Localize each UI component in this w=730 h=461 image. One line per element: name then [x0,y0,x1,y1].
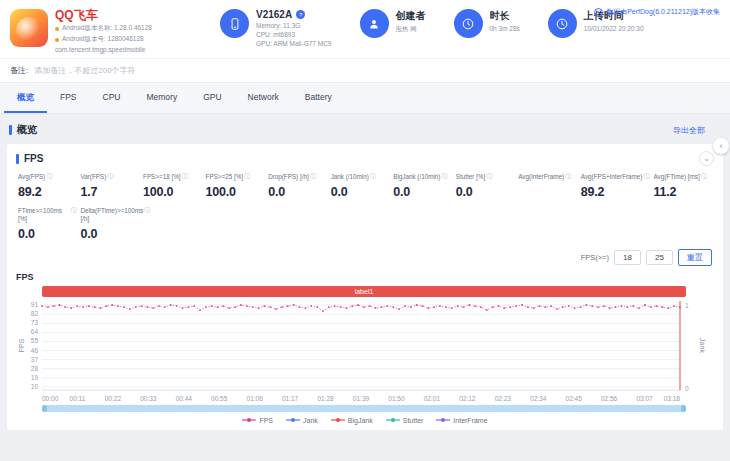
legend-item-Jank[interactable]: Jank [286,417,318,424]
svg-text:19: 19 [31,374,39,381]
info-icon[interactable]: ⓘ [70,207,76,213]
tab-bar: 概览FPSCPUMemoryGPUNetworkBattery [0,83,730,114]
metric: Var(FPS)ⓘ1.7 [79,170,142,201]
fps-card-title: FPS [16,153,43,164]
reset-button[interactable]: 重置 [678,249,712,266]
metric-label: Avg(FPS+InterFrame)ⓘ [581,173,650,180]
info-icon[interactable]: ⓘ [565,173,571,179]
info-icon[interactable]: ⓘ [144,207,150,213]
device-cpu: CPU: mt6893 [256,31,332,38]
clock-icon [454,9,483,38]
svg-text:82: 82 [31,310,39,317]
metric-label: Avg(FTime) [ms]ⓘ [653,173,712,180]
metric: Avg(FTime) [ms]ⓘ11.2 [651,170,714,201]
export-all-button[interactable]: 导出全部 [673,125,705,136]
info-icon[interactable]: ⓘ [107,173,113,179]
note-input[interactable]: 添加备注，不超过200个字符 [34,65,135,76]
device-gpu: GPU: ARM Mali-G77 MC9 [256,40,332,47]
info-icon[interactable]: ⓘ [370,173,376,179]
legend-label: FPS [259,417,273,424]
duration-value: 0h 3m 28s [490,25,520,32]
tab-FPS[interactable]: FPS [47,83,90,113]
chart-title: FPS [16,272,714,286]
svg-text:37: 37 [31,356,39,363]
legend-line-icon [331,417,345,423]
metric-value: 0.0 [80,227,150,241]
collector-note-text: 数据由PerfDog(6.0.211212)版本收集 [606,7,720,17]
android-version-name: Android版本名称: 1.28.0.46128 [55,24,152,33]
info-icon[interactable]: ⓘ [310,173,316,179]
info-icon[interactable]: ⓘ [244,173,250,179]
overview-title: 概览 [9,123,37,137]
metric: Drop(FPS) [/h]ⓘ0.0 [266,170,329,201]
metric-value: 0.0 [393,185,452,199]
metric-value: 0.0 [331,185,390,199]
android-version-name-text: Android版本名称: 1.28.0.46128 [62,24,152,33]
svg-text:00:11: 00:11 [70,395,86,402]
info-icon[interactable]: ⓘ [46,173,52,179]
tab-Network[interactable]: Network [235,83,292,113]
section-accent-bar [9,125,12,135]
info-icon[interactable]: ⓘ [441,173,447,179]
fps-threshold-low-input[interactable] [614,250,641,265]
metric: Stutter [%]ⓘ0.0 [454,170,517,201]
device-memory: Memory: 11.3G [256,22,332,29]
svg-text:02:56: 02:56 [601,395,618,402]
tab-Battery[interactable]: Battery [292,83,345,113]
svg-text:46: 46 [31,346,39,353]
app-icon [10,9,48,47]
legend-item-Stutter[interactable]: Stutter [386,417,424,424]
svg-text:03:07: 03:07 [636,395,653,402]
metric: FTime>=100ms [%]ⓘ0.0 [16,204,78,242]
metrics-row-1: Avg(FPS)ⓘ89.2Var(FPS)ⓘ1.7FPS>=18 [%]ⓘ100… [16,170,714,201]
svg-text:01:17: 01:17 [282,395,299,402]
collector-note: i 数据由PerfDog(6.0.211212)版本收集 [594,7,720,17]
svg-text:28: 28 [31,365,39,372]
legend-line-icon [286,417,300,423]
overview-content: 概览 导出全部 ‹ FPS ⌄ Avg(FPS)ⓘ89.2Var(FPS)ⓘ1.… [0,114,730,461]
fps-chart-svg[interactable]: 9182736455463728191000:0000:1100:2200:33… [16,298,708,404]
metric-label: Delta(FTime)>=100ms [/h]ⓘ [80,207,150,221]
metric-label: FPS>=18 [%]ⓘ [143,173,202,180]
chart-scrollbar[interactable] [42,405,686,412]
upload-clock-icon [548,9,577,38]
info-icon[interactable]: ⓘ [643,173,649,179]
svg-text:02:45: 02:45 [566,395,583,402]
fps-card-header: FPS ⌄ [16,151,714,170]
legend-label: Stutter [403,417,424,424]
metric-value: 11.2 [653,185,712,199]
tab-概览[interactable]: 概览 [4,83,47,113]
chevron-down-icon[interactable]: ⌄ [699,151,714,166]
svg-text:01:39: 01:39 [353,395,370,402]
app-package-text: com.tencent.tmgp.speedmobile [55,46,145,53]
metric: Jank (/10min)ⓘ0.0 [329,170,392,201]
note-bar: 备注: 添加备注，不超过200个字符 [0,58,730,83]
tab-Memory[interactable]: Memory [133,83,190,113]
metric-label: Var(FPS)ⓘ [81,173,140,180]
metric: FPS>=18 [%]ⓘ100.0 [141,170,204,201]
legend-item-InterFrame[interactable]: InterFrame [436,417,487,424]
svg-text:10: 10 [31,383,39,390]
legend-item-BigJank[interactable]: BigJank [331,417,373,424]
tab-GPU[interactable]: GPU [190,83,234,113]
report-header: QQ飞车 Android版本名称: 1.28.0.46128 Android版本… [0,0,730,58]
panel-collapse-button[interactable]: ‹ [713,138,729,154]
metric-value: 0.0 [456,185,515,199]
legend-label: InterFrame [453,417,487,424]
help-badge-icon[interactable]: ? [296,10,305,19]
fps-threshold-high-input[interactable] [646,250,673,265]
svg-text:00:55: 00:55 [211,395,228,402]
metric-value: 0.0 [18,227,76,241]
svg-text:00:33: 00:33 [140,395,157,402]
info-icon[interactable]: ⓘ [486,173,492,179]
info-icon[interactable]: ⓘ [182,173,188,179]
android-version-code: Android版本号: 1280046128 [55,35,152,44]
svg-text:0: 0 [685,385,689,392]
info-icon[interactable]: ⓘ [701,173,707,179]
duration-label: 时长 [490,9,520,23]
tab-CPU[interactable]: CPU [90,83,134,113]
device-name-text: V2162A [256,9,292,20]
svg-text:FPS: FPS [18,338,25,352]
legend-item-FPS[interactable]: FPS [242,417,273,424]
svg-text:02:34: 02:34 [530,395,547,402]
